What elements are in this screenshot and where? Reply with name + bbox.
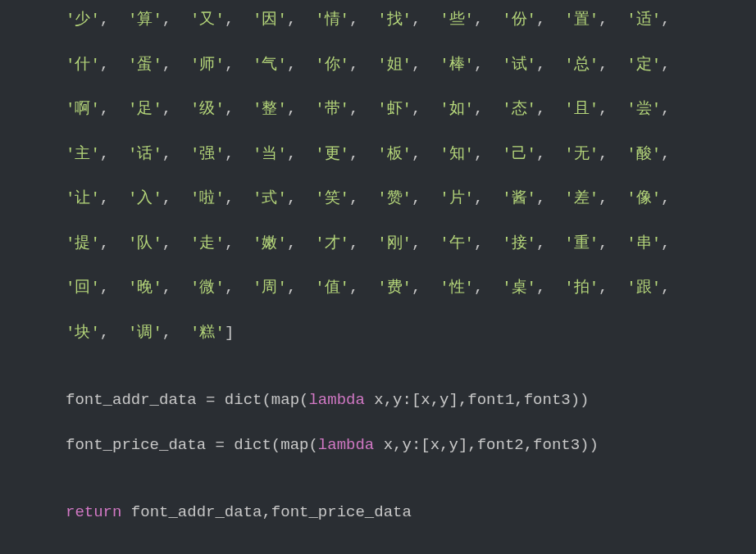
code-text: font_addr_data = dict(map( [66, 391, 308, 409]
code-line-return: return font_addr_data,font_price_data [66, 501, 690, 524]
code-text: font_price_data = dict(map( [66, 436, 318, 454]
code-text: x,y:[x,y],font2,font3)) [374, 436, 599, 454]
list-row-1: '什', '蛋', '师', '气', '你', '姐', '棒', '试', … [66, 53, 690, 77]
list-row-6: '回', '晚', '微', '周', '值', '费', '性', '桌', … [66, 276, 690, 300]
list-row-3: '主', '话', '强', '当', '更', '板', '知', '己', … [66, 143, 690, 166]
list-row-7: '块', '调', '糕'] [66, 321, 690, 345]
code-line-addr: font_addr_data = dict(map(lambda x,y:[x,… [66, 388, 690, 412]
blank-line [66, 478, 690, 501]
keyword-return: return [66, 503, 121, 521]
code-block: '少', '算', '又', '因', '情', '找', '些', '份', … [0, 0, 756, 554]
keyword-lambda: lambda [318, 436, 374, 454]
list-row-0: '少', '算', '又', '因', '情', '找', '些', '份', … [66, 8, 690, 32]
keyword-lambda: lambda [308, 391, 364, 409]
code-text: x,y:[x,y],font1,font3)) [365, 391, 590, 409]
code-line-price: font_price_data = dict(map(lambda x,y:[x… [66, 434, 690, 457]
code-text: font_addr_data,font_price_data [121, 503, 411, 521]
list-row-2: '啊', '足', '级', '整', '带', '虾', '如', '态', … [66, 98, 690, 121]
list-row-4: '让', '入', '啦', '式', '笑', '赞', '片', '酱', … [66, 187, 690, 211]
blank-line [66, 366, 690, 388]
list-row-5: '提', '队', '走', '嫩', '才', '刚', '午', '接', … [66, 232, 690, 256]
